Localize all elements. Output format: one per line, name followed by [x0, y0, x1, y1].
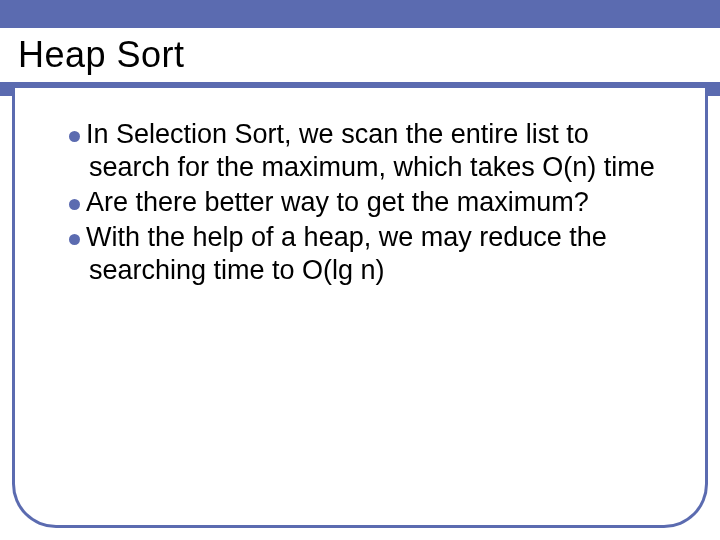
- bullet-icon: [69, 199, 80, 210]
- content-frame: In Selection Sort, we scan the entire li…: [12, 88, 708, 528]
- bullet-text: With the help of a heap, we may reduce t…: [86, 222, 607, 285]
- bullet-text: Are there better way to get the maximum?: [86, 187, 589, 217]
- bullet-item: Are there better way to get the maximum?: [69, 186, 673, 219]
- bullet-item: With the help of a heap, we may reduce t…: [69, 221, 673, 287]
- bullet-icon: [69, 131, 80, 142]
- bullet-item: In Selection Sort, we scan the entire li…: [69, 118, 673, 184]
- bullet-icon: [69, 234, 80, 245]
- header-accent-band: [0, 0, 720, 28]
- slide-title: Heap Sort: [18, 34, 185, 76]
- title-area: Heap Sort: [0, 28, 720, 82]
- bullet-list: In Selection Sort, we scan the entire li…: [15, 88, 705, 309]
- bullet-text: In Selection Sort, we scan the entire li…: [86, 119, 655, 182]
